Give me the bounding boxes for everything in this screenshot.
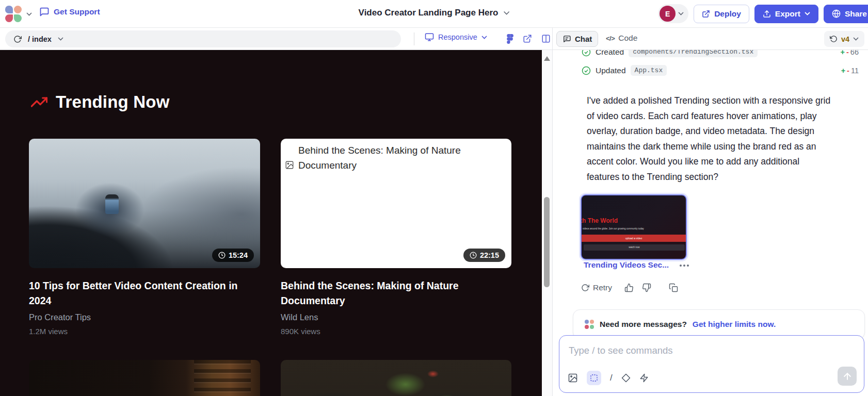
video-card-thumbnail[interactable]: 15:24 <box>29 139 260 268</box>
image-alt-text: Behind the Scenes: Making of Nature Docu… <box>298 143 461 173</box>
send-button[interactable] <box>838 367 857 386</box>
title-chevron-down-icon <box>503 11 509 15</box>
get-support-label: Get Support <box>54 7 100 16</box>
duration-badge: 15:24 <box>212 249 254 262</box>
thumbs-up-icon[interactable] <box>624 283 634 292</box>
event-file-chip[interactable]: App.tsx <box>631 65 667 76</box>
external-link-icon <box>702 10 710 18</box>
diff-stats: +-11 <box>841 67 859 75</box>
duration-badge: 22:15 <box>463 249 505 262</box>
code-brackets-icon: </> <box>606 35 615 42</box>
version-chevron-down-icon <box>853 37 859 41</box>
message-actions: Retry <box>581 283 678 292</box>
video-card-thumbnail-partial[interactable] <box>281 360 511 396</box>
upload-icon <box>763 10 771 18</box>
chat-composer: / <box>559 335 864 393</box>
file-event-row: Created components/TrendingSection.tsx +… <box>582 50 861 57</box>
slash-command-icon[interactable]: / <box>610 373 613 383</box>
ellipsis-menu-icon[interactable] <box>680 261 689 267</box>
tab-code[interactable]: </> Code <box>606 34 637 43</box>
toolbar-divider <box>414 32 414 45</box>
attachment-label[interactable]: Trending Videos Sec... <box>584 260 669 270</box>
event-action: Created <box>596 50 624 57</box>
route-chevron-down-icon[interactable] <box>58 37 63 41</box>
app-logo-icon[interactable] <box>5 6 22 22</box>
chat-bubbles-icon <box>562 35 571 43</box>
preview-scrollbar <box>542 50 552 396</box>
attachment-thumbnail[interactable]: th The World videos around the globe. Jo… <box>581 194 687 260</box>
clock-icon <box>218 252 226 259</box>
section-title: Trending Now <box>56 92 170 112</box>
deploy-button[interactable]: Deploy <box>694 5 749 23</box>
retry-label: Retry <box>593 283 612 292</box>
scrollbar-thumb[interactable] <box>544 197 550 287</box>
video-title[interactable]: 10 Tips for Better Video Content Creatio… <box>29 278 256 308</box>
account-menu[interactable]: E <box>658 4 688 23</box>
select-element-button[interactable] <box>587 371 601 385</box>
export-chevron-down-icon <box>805 12 810 15</box>
url-bar[interactable]: / index <box>5 30 401 47</box>
app-window: Get Support Video Creator Landing Page H… <box>0 0 868 396</box>
get-support-button[interactable]: Get Support <box>39 7 100 17</box>
version-history-dropdown[interactable]: v4 <box>824 31 864 47</box>
copy-icon[interactable] <box>669 283 678 292</box>
export-button[interactable]: Export <box>754 5 818 23</box>
video-title[interactable]: Behind the Scenes: Making of Nature Docu… <box>281 278 508 308</box>
upsell-link[interactable]: Get higher limits now. <box>693 320 776 329</box>
export-label: Export <box>775 9 800 19</box>
video-views: 1.2M views <box>29 327 68 336</box>
upsell-text: Need more messages? <box>600 320 687 329</box>
split-view-icon[interactable] <box>541 34 551 43</box>
logo-chevron-down-icon[interactable] <box>26 12 32 16</box>
duration-value: 15:24 <box>229 251 248 259</box>
tab-chat-label: Chat <box>575 35 592 43</box>
thumb-secondary-button: watch now <box>584 244 685 251</box>
image-attach-icon[interactable] <box>568 373 578 383</box>
video-card-thumbnail-broken[interactable]: Behind the Scenes: Making of Nature Docu… <box>281 139 511 268</box>
device-chevron-down-icon <box>481 36 487 39</box>
check-circle-icon <box>582 66 591 75</box>
retry-button[interactable]: Retry <box>581 283 612 292</box>
project-title-dropdown[interactable]: Video Creator Landing Page Hero <box>359 8 510 18</box>
chat-panel: Created components/TrendingSection.tsx +… <box>553 50 868 396</box>
figma-icon[interactable] <box>506 34 513 44</box>
globe-icon <box>832 9 841 18</box>
device-mode-dropdown[interactable]: Responsive <box>425 32 487 42</box>
dashed-selection-icon <box>590 374 598 382</box>
assistant-message: I've added a polished Trending section w… <box>587 93 868 185</box>
thumb-primary-button: upload a video <box>582 235 686 242</box>
thumb-subtext: videos around the globe. Join our growin… <box>583 227 644 230</box>
video-channel: Pro Creator Tips <box>29 312 91 322</box>
toolbar: / index Responsive C <box>0 28 868 50</box>
panel-divider <box>552 28 553 396</box>
route-path: / index <box>28 35 52 43</box>
video-views: 890K views <box>281 327 320 336</box>
share-button[interactable]: Share <box>824 5 868 23</box>
avatar: E <box>660 6 676 22</box>
tab-code-label: Code <box>618 34 637 43</box>
diff-stats: +-66 <box>841 50 859 56</box>
video-channel: Wild Lens <box>281 312 318 322</box>
trending-up-icon <box>31 94 47 110</box>
thumbs-down-icon[interactable] <box>642 283 651 292</box>
refresh-icon[interactable] <box>13 35 22 43</box>
scrollbar-up-arrow[interactable] <box>544 56 550 61</box>
video-card-thumbnail-partial[interactable] <box>29 360 260 396</box>
lightning-bolt-icon[interactable] <box>639 373 649 383</box>
event-action: Updated <box>596 66 626 75</box>
share-label: Share <box>845 9 867 19</box>
chat-input[interactable] <box>562 339 851 367</box>
open-in-new-window-icon[interactable] <box>523 34 532 43</box>
app-preview-canvas: Trending Now 15:24 Behind the Scenes: Ma… <box>0 50 542 396</box>
photographer-figure <box>105 194 119 214</box>
message-bubble-icon <box>39 7 50 17</box>
event-file-chip[interactable]: components/TrendingSection.tsx <box>629 50 758 57</box>
page-title: Video Creator Landing Page Hero <box>359 8 499 18</box>
device-mode-label: Responsive <box>438 33 477 41</box>
header-bar: Get Support Video Creator Landing Page H… <box>0 0 868 28</box>
tab-chat[interactable]: Chat <box>556 31 598 47</box>
version-label: v4 <box>841 35 849 43</box>
component-diamond-icon[interactable] <box>621 373 631 383</box>
app-logo-icon <box>585 320 594 329</box>
duration-value: 22:15 <box>480 251 499 259</box>
